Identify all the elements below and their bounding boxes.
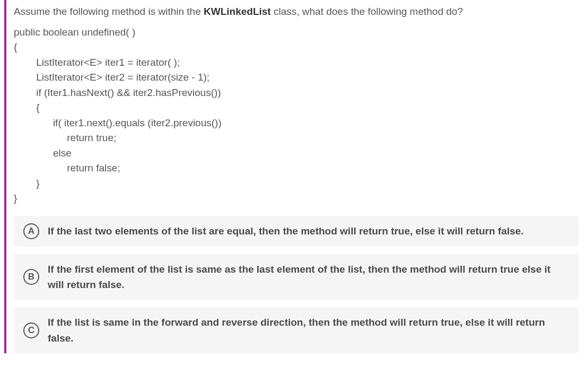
- question-prompt: Assume the following method is within th…: [6, 4, 586, 25]
- question-intro-after: class, what does the following method do…: [271, 6, 463, 17]
- code-block: public boolean undefined( ) { ListIterat…: [6, 25, 586, 212]
- question-bold-class: KWLinkedList: [204, 6, 271, 17]
- option-text-b: If the first element of the list is same…: [48, 262, 569, 293]
- option-letter-b: B: [23, 269, 39, 285]
- options-container: AIf the last two elements of the list ar…: [6, 212, 586, 354]
- option-b[interactable]: BIf the first element of the list is sam…: [14, 254, 579, 300]
- question-container: Assume the following method is within th…: [4, 0, 586, 353]
- option-text-a: If the last two elements of the list are…: [48, 223, 523, 239]
- option-text-c: If the list is same in the forward and r…: [48, 315, 569, 346]
- option-c[interactable]: CIf the list is same in the forward and …: [14, 307, 579, 353]
- option-letter-c: C: [23, 323, 39, 338]
- option-letter-a: A: [23, 223, 39, 239]
- option-a[interactable]: AIf the last two elements of the list ar…: [14, 216, 579, 247]
- question-intro-before: Assume the following method is within th…: [14, 6, 204, 17]
